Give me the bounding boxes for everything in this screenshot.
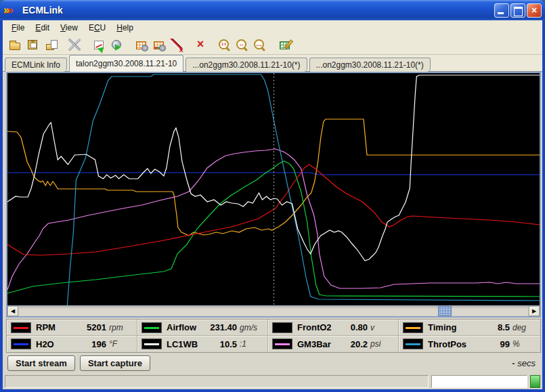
legend-value: 99 bbox=[500, 339, 510, 349]
tab-3[interactable]: ...on2ggm30.2008.11.21-10(*) bbox=[309, 58, 431, 72]
export-data-button[interactable] bbox=[90, 36, 108, 53]
ecmlink-window: »» ECMLink × FileEditViewECUHelp ECMLink… bbox=[0, 0, 545, 392]
hscroll-thumb[interactable] bbox=[438, 306, 452, 316]
status-message-panel bbox=[5, 375, 429, 388]
legend-unit: deg bbox=[513, 323, 537, 332]
status-field bbox=[431, 375, 527, 388]
legend: RPM5201rpmAirflow231.40gm/sFrontO20.80vT… bbox=[6, 319, 541, 353]
legend-swatch bbox=[141, 339, 162, 349]
legend-name: RPM bbox=[36, 322, 87, 332]
trace-timing bbox=[7, 119, 540, 236]
options-icon bbox=[68, 39, 81, 51]
capture-disc-icon bbox=[112, 40, 121, 49]
menu-help[interactable]: Help bbox=[111, 21, 139, 35]
legend-name: H2O bbox=[36, 339, 91, 349]
legend-fronto2[interactable]: FrontO20.80v bbox=[268, 320, 399, 336]
clear-data-icon bbox=[170, 39, 182, 51]
open-log-button[interactable] bbox=[6, 36, 24, 53]
legend-value: 196 bbox=[91, 339, 106, 349]
save-log-icon bbox=[28, 40, 37, 49]
options-button[interactable] bbox=[66, 36, 83, 53]
legend-swatch bbox=[141, 322, 162, 333]
legend-name: GM3Bar bbox=[297, 339, 351, 349]
legend-unit: rpm bbox=[109, 323, 133, 332]
maximize-button[interactable] bbox=[510, 3, 525, 18]
start-stream-button[interactable]: Start stream bbox=[7, 355, 75, 371]
graph-canvas[interactable] bbox=[7, 73, 540, 305]
zoom-fit-width-button[interactable] bbox=[234, 36, 251, 53]
graph-settings-icon bbox=[280, 41, 290, 49]
legend-value: 0.80 bbox=[351, 322, 368, 332]
close-button[interactable]: × bbox=[527, 3, 542, 18]
save-log-button[interactable] bbox=[24, 36, 41, 53]
start-capture-button[interactable]: Start capture bbox=[80, 355, 150, 371]
legend-rpm[interactable]: RPM5201rpm bbox=[7, 320, 137, 336]
trace-h2o bbox=[7, 173, 540, 175]
menu-ecu[interactable]: ECU bbox=[83, 21, 111, 35]
legend-value: 5201 bbox=[87, 322, 106, 332]
toolbar-separator bbox=[83, 36, 90, 53]
minimize-button[interactable] bbox=[494, 3, 509, 18]
title-bar: »» ECMLink × bbox=[0, 0, 545, 20]
connection-indicator bbox=[530, 375, 540, 388]
window-title: ECMLink bbox=[22, 5, 493, 16]
scroll-left-button[interactable]: ◀ bbox=[7, 306, 18, 316]
elapsed-seconds-value: - bbox=[512, 358, 515, 368]
menu-file[interactable]: File bbox=[6, 21, 30, 35]
menu-bar: FileEditViewECUHelp bbox=[3, 20, 542, 35]
table-settings-button[interactable] bbox=[132, 36, 150, 53]
legend-name: ThrotPos bbox=[428, 339, 500, 349]
delete-icon bbox=[194, 39, 206, 51]
toolbar-separator bbox=[269, 36, 276, 53]
zoom-custom-icon bbox=[254, 39, 266, 51]
legend-swatch bbox=[403, 339, 423, 349]
display-settings-button[interactable] bbox=[150, 36, 167, 53]
app-icon: »» bbox=[3, 3, 20, 17]
horizontal-scrollbar: ◀ ▶ bbox=[7, 305, 540, 316]
legend-gm3bar[interactable]: GM3Bar20.2psi bbox=[268, 336, 399, 352]
tab-2[interactable]: ...on2ggm30.2008.11.21-10(*) bbox=[186, 58, 307, 72]
toolbar-separator bbox=[125, 36, 132, 53]
legend-value: 20.2 bbox=[351, 339, 368, 349]
graph-settings-button[interactable] bbox=[276, 36, 293, 53]
tab-0[interactable]: ECMLink Info bbox=[5, 58, 67, 72]
save-log-as-icon bbox=[46, 44, 54, 50]
legend-timing[interactable]: Timing8.5deg bbox=[399, 320, 540, 336]
legend-name: FrontO2 bbox=[297, 322, 351, 332]
legend-unit: :1 bbox=[240, 339, 264, 349]
scroll-right-button[interactable]: ▶ bbox=[529, 306, 540, 316]
legend-lc1wb[interactable]: LC1WB10.5:1 bbox=[137, 336, 268, 352]
zoom-one-to-one-icon bbox=[219, 39, 231, 51]
scroll-track[interactable] bbox=[18, 306, 529, 316]
legend-airflow[interactable]: Airflow231.40gm/s bbox=[137, 320, 268, 336]
legend-swatch bbox=[11, 322, 31, 333]
toolbar-separator bbox=[209, 36, 216, 53]
tab-bar: ECMLink Infotalon2ggm30.2008.11.21-10...… bbox=[3, 55, 542, 72]
save-log-as-button[interactable] bbox=[41, 36, 59, 53]
legend-unit: °F bbox=[109, 339, 133, 349]
actions-row: Start stream Start capture - secs bbox=[3, 353, 542, 374]
display-settings-icon bbox=[154, 41, 164, 49]
legend-value: 8.5 bbox=[498, 322, 510, 332]
toolbar-separator bbox=[185, 36, 192, 53]
graph-panel: ◀ ▶ bbox=[6, 72, 541, 318]
zoom-custom-button[interactable] bbox=[251, 36, 269, 53]
elapsed-seconds: - secs bbox=[512, 358, 536, 368]
legend-name: LC1WB bbox=[167, 339, 220, 349]
delete-button[interactable] bbox=[192, 36, 209, 53]
tab-1[interactable]: talon2ggm30.2008.11.21-10 bbox=[69, 55, 183, 72]
legend-throtpos[interactable]: ThrotPos99% bbox=[399, 336, 540, 352]
capture-disc-button[interactable] bbox=[108, 36, 125, 53]
legend-unit: v bbox=[370, 323, 395, 332]
zoom-fit-width-icon bbox=[236, 39, 248, 51]
legend-name: Timing bbox=[428, 322, 498, 332]
clear-data-button[interactable] bbox=[167, 36, 185, 53]
menu-view[interactable]: View bbox=[55, 21, 83, 35]
legend-h2o[interactable]: H2O196°F bbox=[7, 336, 137, 352]
elapsed-seconds-unit: secs bbox=[517, 358, 536, 368]
status-bar bbox=[4, 374, 541, 389]
zoom-one-to-one-button[interactable] bbox=[216, 36, 234, 53]
menu-edit[interactable]: Edit bbox=[30, 21, 55, 35]
legend-value: 10.5 bbox=[220, 339, 237, 349]
legend-unit: psi bbox=[370, 339, 395, 349]
